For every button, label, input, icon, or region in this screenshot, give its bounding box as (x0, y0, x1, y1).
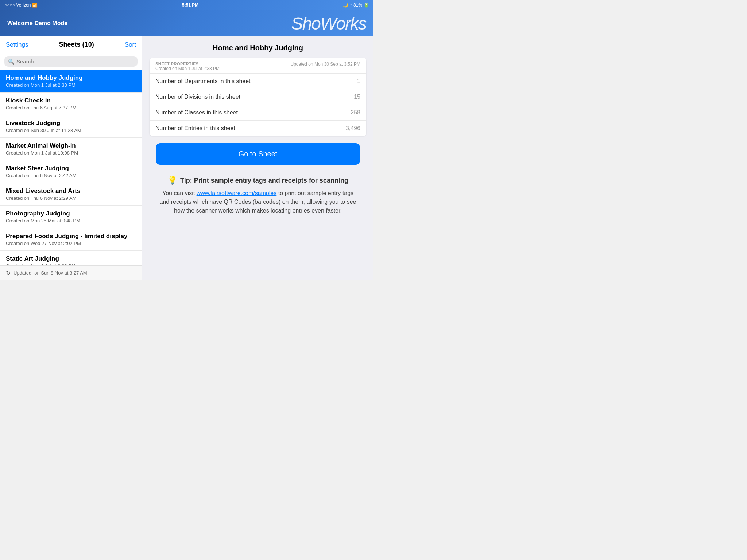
sheet-item-date: Created on Mon 1 Jul at 10:08 PM (6, 150, 136, 156)
property-label: Number of Entries in this sheet (155, 125, 235, 132)
app-header: Welcome Demo Mode ShoWorks (0, 10, 374, 36)
sheet-item-title: Market Steer Judging (6, 165, 136, 172)
sheet-list[interactable]: Home and Hobby Judging Created on Mon 1 … (0, 70, 142, 265)
battery-icon: 🔋 (364, 3, 369, 8)
sheet-item-title: Livestock Judging (6, 120, 136, 127)
refresh-icon[interactable]: ↻ (6, 269, 11, 276)
status-time: 5:51 PM (182, 3, 198, 8)
battery-text: 81% (353, 3, 362, 8)
sheet-item-title: Kiosk Check-in (6, 97, 136, 104)
sidebar: Settings Sheets (10) Sort 🔍 Home and Hob… (0, 36, 142, 280)
sheet-item-date: Created on Thu 6 Nov at 2:29 AM (6, 195, 136, 201)
search-wrapper[interactable]: 🔍 (4, 56, 138, 67)
main-layout: Settings Sheets (10) Sort 🔍 Home and Hob… (0, 36, 374, 280)
tip-body: You can visit www.fairsoftware.com/sampl… (157, 189, 359, 215)
location-icon: ↑ (350, 3, 352, 8)
sheet-list-item[interactable]: Static Art Judging Created on Mon 1 Jul … (0, 251, 142, 265)
welcome-text: Welcome Demo Mode (7, 20, 67, 27)
sheet-list-item[interactable]: Market Animal Weigh-in Created on Mon 1 … (0, 138, 142, 160)
property-value: 15 (354, 94, 360, 100)
property-value: 3,496 (346, 125, 360, 132)
properties-section-label: SHEET PROPERTIES (155, 62, 220, 66)
sheet-item-title: Mixed Livestock and Arts (6, 187, 136, 195)
app-logo: ShoWorks (291, 13, 366, 34)
sidebar-footer: ↻ Updated on Sun 8 Nov at 3:27 AM (0, 265, 142, 280)
tip-heading: 💡 Tip: Print sample entry tags and recei… (157, 176, 359, 185)
content-title: Home and Hobby Judging (150, 44, 366, 52)
search-icon: 🔍 (8, 59, 14, 65)
properties-header: SHEET PROPERTIES Created on Mon 1 Jul at… (150, 58, 366, 73)
sidebar-nav: Settings Sheets (10) Sort (0, 36, 142, 53)
sheet-item-date: Created on Wed 27 Nov at 2:02 PM (6, 241, 136, 246)
tip-body-start: You can visit (162, 190, 197, 196)
tip-icon: 💡 (167, 176, 177, 185)
sheet-list-item[interactable]: Home and Hobby Judging Created on Mon 1 … (0, 70, 142, 93)
property-value: 258 (351, 109, 360, 116)
updated-date: on Sun 8 Nov at 3:27 AM (34, 270, 87, 276)
sheet-item-title: Prepared Foods Judging - limited display (6, 233, 136, 240)
sheet-list-item[interactable]: Prepared Foods Judging - limited display… (0, 228, 142, 251)
updated-label: Updated (13, 270, 31, 276)
sheet-item-title: Photography Judging (6, 210, 136, 217)
status-bar: ○○○○ Verizon 📶 5:51 PM 🌙 ↑ 81% 🔋 (0, 0, 374, 10)
property-row: Number of Departments in this sheet 1 (150, 73, 366, 89)
sheet-item-title: Market Animal Weigh-in (6, 142, 136, 149)
search-input[interactable] (16, 58, 134, 65)
tip-heading-text: Tip: Print sample entry tags and receipt… (180, 177, 348, 184)
sheet-item-title: Home and Hobby Judging (6, 74, 136, 82)
go-to-sheet-button[interactable]: Go to Sheet (156, 143, 360, 165)
property-value: 1 (357, 78, 360, 85)
wifi-icon: 📶 (32, 3, 38, 8)
sort-button[interactable]: Sort (125, 41, 136, 48)
properties-updated-date: Updated on Mon 30 Sep at 3:52 PM (291, 62, 360, 67)
property-label: Number of Departments in this sheet (155, 78, 251, 85)
tip-link[interactable]: www.fairsoftware.com/samples (197, 190, 277, 196)
properties-created-date: Created on Mon 1 Jul at 2:33 PM (155, 66, 220, 71)
sheet-item-date: Created on Mon 1 Jul at 2:33 PM (6, 82, 136, 88)
property-label: Number of Classes in this sheet (155, 109, 238, 116)
search-container: 🔍 (0, 53, 142, 70)
sheets-title: Sheets (10) (59, 41, 94, 48)
sheet-list-item[interactable]: Market Steer Judging Created on Thu 6 No… (0, 160, 142, 183)
property-label: Number of Divisions in this sheet (155, 94, 240, 100)
property-row: Number of Divisions in this sheet 15 (150, 89, 366, 105)
moon-icon: 🌙 (343, 3, 348, 8)
sheet-list-item[interactable]: Mixed Livestock and Arts Created on Thu … (0, 183, 142, 206)
sheet-item-date: Created on Thu 6 Aug at 7:37 PM (6, 105, 136, 110)
sheet-list-item[interactable]: Kiosk Check-in Created on Thu 6 Aug at 7… (0, 93, 142, 115)
sheet-list-item[interactable]: Livestock Judging Created on Sun 30 Jun … (0, 115, 142, 138)
sheet-item-date: Created on Sun 30 Jun at 11:23 AM (6, 128, 136, 133)
sheet-properties-card: SHEET PROPERTIES Created on Mon 1 Jul at… (150, 58, 366, 136)
sheet-item-date: Created on Thu 6 Nov at 2:42 AM (6, 173, 136, 178)
content-area: Home and Hobby Judging SHEET PROPERTIES … (142, 36, 374, 280)
sheet-item-title: Static Art Judging (6, 255, 136, 262)
status-carrier: ○○○○ Verizon 📶 (4, 3, 38, 8)
sheet-item-date: Created on Mon 25 Mar at 9:48 PM (6, 218, 136, 223)
tip-section: 💡 Tip: Print sample entry tags and recei… (150, 176, 366, 215)
property-row: Number of Entries in this sheet 3,496 (150, 120, 366, 136)
status-indicators: 🌙 ↑ 81% 🔋 (343, 3, 369, 8)
property-row: Number of Classes in this sheet 258 (150, 105, 366, 120)
sheet-list-item[interactable]: Photography Judging Created on Mon 25 Ma… (0, 206, 142, 228)
settings-button[interactable]: Settings (6, 41, 28, 48)
properties-rows-container: Number of Departments in this sheet 1 Nu… (150, 73, 366, 136)
